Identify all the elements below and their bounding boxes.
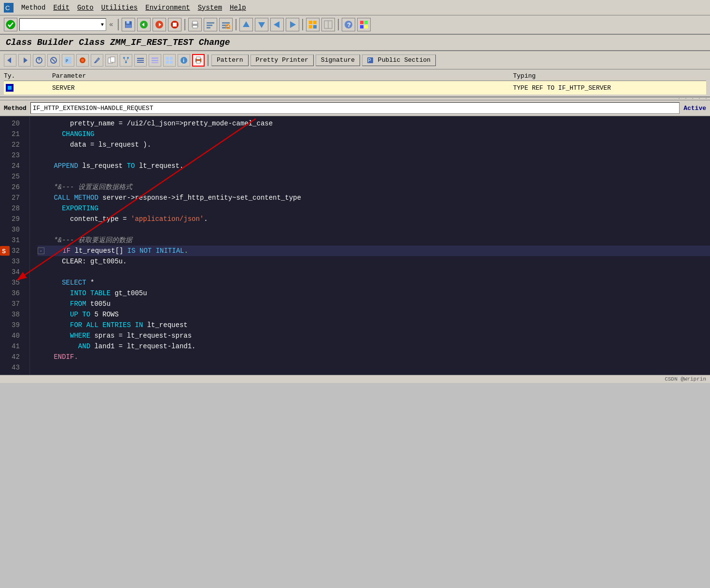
svg-rect-67: [166, 61, 169, 64]
params-table: Ty. Parameter Typing SERVER TYPE REF TO …: [0, 69, 710, 97]
svg-marker-24: [243, 21, 250, 27]
settings-btn[interactable]: [306, 18, 320, 31]
help-btn[interactable]: ?: [342, 18, 355, 31]
code-line-22: data = ls_request ).: [38, 139, 710, 150]
second-toolbar: P: [0, 51, 710, 69]
ln-31: 31: [0, 235, 24, 246]
params-row[interactable]: SERVER TYPE REF TO IF_HTTP_SERVER: [4, 81, 706, 95]
pretty-printer-button[interactable]: Pretty Printer: [251, 55, 314, 66]
svg-text:i: i: [183, 57, 184, 63]
menu-item-utilities[interactable]: Utilities: [101, 4, 138, 12]
forward-btn[interactable]: [153, 18, 166, 31]
ln-30: 30: [0, 224, 24, 235]
menu-item-method[interactable]: Method: [21, 4, 45, 12]
print-btn[interactable]: [188, 18, 202, 31]
ln-28: 28: [0, 203, 24, 214]
svg-marker-26: [274, 21, 279, 28]
nav-dropdown-value: [22, 21, 26, 28]
breakpoint-icon[interactable]: S: [0, 246, 10, 256]
app-icon: C: [4, 3, 14, 13]
nav-prev-btn[interactable]: [270, 18, 284, 31]
menu-item-help[interactable]: Help: [230, 4, 246, 12]
tb-btn-print2[interactable]: [192, 54, 205, 67]
forward-nav-btn[interactable]: [18, 54, 31, 67]
tb-btn-branch[interactable]: [120, 54, 132, 67]
tb-btn-4[interactable]: [47, 54, 60, 67]
signature-button[interactable]: Signature: [316, 55, 360, 66]
svg-rect-73: [196, 61, 200, 63]
method-label: Method: [4, 105, 27, 112]
tb-btn-3[interactable]: [33, 54, 45, 67]
svg-text:P: P: [66, 59, 68, 64]
code-line-21: CHANGING: [38, 129, 710, 139]
tb-btn-list1[interactable]: [134, 54, 147, 67]
code-line-36: INTO TABLE gt_t005u: [38, 288, 710, 299]
resize-dots: · · · · ·: [678, 96, 708, 101]
svg-rect-5: [126, 21, 129, 24]
method-bar: Method Active: [0, 100, 710, 116]
nav-next-btn[interactable]: [286, 18, 299, 31]
menu-item-system[interactable]: System: [198, 4, 222, 12]
color-btn[interactable]: [357, 18, 371, 31]
separator-tb: [208, 55, 209, 66]
svg-rect-61: [137, 62, 144, 63]
code-line-23: [38, 150, 710, 161]
nav-up-btn[interactable]: [239, 18, 253, 31]
svg-marker-27: [290, 21, 296, 28]
code-line-31: *&--- 获取要返回的数据: [38, 235, 710, 246]
menu-item-goto[interactable]: Goto: [77, 4, 94, 12]
row-typing: TYPE REF TO IF_HTTP_SERVER: [513, 84, 706, 92]
svg-rect-72: [196, 57, 200, 59]
svg-point-56: [125, 61, 127, 63]
svg-point-54: [123, 57, 125, 59]
col-header-ty: Ty.: [4, 72, 52, 80]
nav-down-btn[interactable]: [255, 18, 268, 31]
check-btn[interactable]: [4, 18, 17, 31]
svg-rect-63: [152, 60, 158, 61]
ln-32: S 32: [0, 246, 24, 256]
expand-icon[interactable]: -: [38, 247, 44, 254]
code-line-43: [38, 362, 710, 373]
public-section-button[interactable]: P Public Section: [362, 55, 436, 66]
find2-btn[interactable]: [219, 18, 233, 31]
svg-marker-41: [24, 57, 28, 63]
stop-btn[interactable]: [168, 18, 181, 31]
title-area: Class Builder Class ZMM_IF_REST_TEST Cha…: [0, 35, 710, 51]
svg-point-49: [81, 59, 84, 62]
back-btn[interactable]: [137, 18, 151, 31]
menu-item-edit[interactable]: Edit: [53, 4, 70, 12]
svg-rect-6: [125, 25, 131, 28]
ln-20: 20: [0, 118, 24, 129]
row-ty: [4, 84, 52, 92]
separator-4: [302, 19, 303, 30]
ln-22: 22: [0, 139, 24, 150]
nav-dropdown[interactable]: ▼: [19, 18, 106, 31]
line-numbers: 20 21 22 23 24 25 26 27 28 29 30 31 S 32: [0, 116, 30, 375]
method-input[interactable]: [30, 102, 680, 114]
tb-btn-5[interactable]: P: [62, 54, 74, 67]
method-status: Active: [683, 105, 706, 112]
tb-btn-pages[interactable]: [105, 54, 118, 67]
save-btn[interactable]: [122, 18, 135, 31]
code-line-33: CLEAR: gt_t005u.: [38, 256, 710, 267]
tb-btn-list2[interactable]: [149, 54, 161, 67]
pattern-button[interactable]: Pattern: [211, 55, 249, 66]
menu-item-environment[interactable]: Environment: [145, 4, 190, 12]
svg-rect-36: [360, 21, 363, 24]
ln-27: 27: [0, 192, 24, 203]
svg-rect-16: [207, 22, 214, 24]
tb-btn-circle[interactable]: [76, 54, 89, 67]
svg-rect-38: [360, 25, 363, 28]
status-text: CSDN @Wriprin: [665, 376, 706, 382]
double-arrow-btn[interactable]: «: [107, 21, 115, 28]
svg-rect-19: [222, 22, 230, 24]
back-nav-btn[interactable]: [4, 54, 16, 67]
tb-btn-pencil[interactable]: [91, 54, 103, 67]
ln-39: 39: [0, 320, 24, 330]
tb-btn-grid[interactable]: [163, 54, 176, 67]
main-toolbar: ▼ «: [0, 15, 710, 35]
code-line-20: pretty_name = /ui2/cl_json=>pretty_mode-…: [38, 118, 710, 129]
layout-btn[interactable]: [321, 18, 335, 31]
tb-btn-info[interactable]: i: [178, 54, 190, 67]
find-btn[interactable]: [204, 18, 217, 31]
